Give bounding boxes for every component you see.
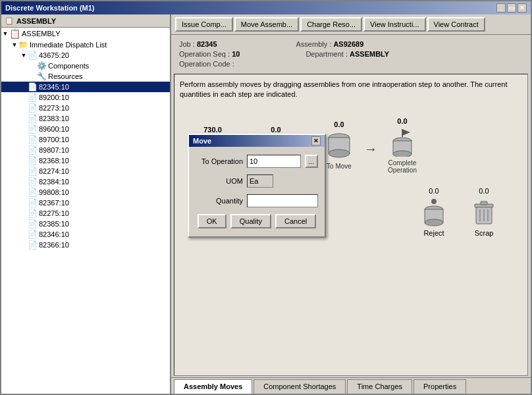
window-frame: Discrete Workstation (M1) _ ▭ ✕ 📋 ASSEMB… xyxy=(0,0,532,395)
restore-button[interactable]: ▭ xyxy=(507,3,516,13)
minimize-button[interactable]: _ xyxy=(496,3,506,13)
to-operation-browse-button[interactable]: ... xyxy=(305,155,318,168)
tree-item-82345-10[interactable]: 📄82345:10 xyxy=(1,82,170,92)
window-title: Discrete Workstation (M1) xyxy=(5,4,95,12)
modal-title-bar: Move ✕ xyxy=(189,135,325,147)
job-value: 82345 xyxy=(197,40,217,48)
instruction-text: Perform assembly moves by dragging assem… xyxy=(180,80,522,100)
qty-complete: 0.0 xyxy=(397,117,407,125)
modal-field-to-operation: To Operation ... xyxy=(196,155,318,168)
icon-tomove xyxy=(325,131,354,160)
tree-item-resources[interactable]: 🔧Resources xyxy=(1,71,170,82)
info-row-1: Job : 82345 Assembly : AS92689 xyxy=(179,40,523,48)
main-content: 📋 ASSEMBLY ▼📋ASSEMBLY▼📁Immediate Dispatc… xyxy=(1,14,531,394)
modal-close-button[interactable]: ✕ xyxy=(311,136,321,145)
tree-item-82385-10[interactable]: 📄82385:10 xyxy=(1,219,170,229)
tree-item-89807-10[interactable]: 📄89807:10 xyxy=(1,145,170,155)
tree-item-43675-20[interactable]: ▼📄43675:20 xyxy=(1,50,170,61)
right-panel: Issue Comp...Move Assemb...Charge Reso..… xyxy=(171,14,531,394)
svg-point-13 xyxy=(393,151,412,157)
tree-item-82346-10[interactable]: 📄82346:10 xyxy=(1,229,170,240)
flow-step-complete: 0.0 CompleteO xyxy=(383,117,422,174)
view-contract-button[interactable]: View Contract xyxy=(427,17,485,32)
tree-item-89700-10[interactable]: 📄89700:10 xyxy=(1,134,170,145)
tree-item-82275-10[interactable]: 📄82275:10 xyxy=(1,208,170,219)
left-panel: 📋 ASSEMBLY ▼📋ASSEMBLY▼📁Immediate Dispatc… xyxy=(1,14,171,394)
charge-reso-button[interactable]: Charge Reso... xyxy=(300,17,362,32)
modal-field-uom: UOM xyxy=(196,174,318,188)
op-seq-info: Operation Seq : 10 xyxy=(179,50,240,58)
dept-info: Department : ASSEMBLY xyxy=(306,50,389,58)
svg-point-8 xyxy=(329,149,350,157)
reject-qty: 0.0 xyxy=(429,187,439,195)
icon-complete xyxy=(388,128,417,157)
tree-item-89200-10[interactable]: 📄89200:10 xyxy=(1,92,170,103)
scrap-qty: 0.0 xyxy=(479,187,489,195)
title-bar-controls: _ ▭ ✕ xyxy=(496,3,527,13)
tree-scroll-wrapper: ▼📋ASSEMBLY▼📁Immediate Dispatch List▼📄436… xyxy=(1,28,170,394)
assembly-value: AS92689 xyxy=(333,40,363,48)
op-code-info: Operation Code : xyxy=(179,60,234,68)
tree-item-82273-10[interactable]: 📄82273:10 xyxy=(1,103,170,113)
tree-item-82383-10[interactable]: 📄82383:10 xyxy=(1,113,170,124)
assembly-info: Assembly : AS92689 xyxy=(296,40,364,48)
svg-point-14 xyxy=(431,199,437,204)
uom-input[interactable] xyxy=(247,174,273,188)
tree-item-components[interactable]: ⚙️Components xyxy=(1,61,170,71)
tree-root-label: ASSEMBLY xyxy=(16,17,56,25)
tree-inner[interactable]: ▼📋ASSEMBLY▼📁Immediate Dispatch List▼📄436… xyxy=(1,28,170,394)
qty-tomove: 0.0 xyxy=(334,120,344,128)
qty-queue: 730.0 xyxy=(203,126,222,134)
cancel-button[interactable]: Cancel xyxy=(275,214,316,228)
svg-rect-20 xyxy=(481,201,487,205)
qty-run: 0.0 xyxy=(271,126,280,134)
tab-assembly-moves[interactable]: Assembly Moves xyxy=(174,379,252,394)
label-complete: CompleteOperation xyxy=(388,159,417,174)
assembly-label: Assembly : xyxy=(296,40,332,48)
quantity-input[interactable] xyxy=(247,194,318,207)
tree-item-immediate-dispatch[interactable]: ▼📁Immediate Dispatch List xyxy=(1,40,170,50)
tree-item-89600-10[interactable]: 📄89600:10 xyxy=(1,124,170,134)
move-assemb-button[interactable]: Move Assemb... xyxy=(234,17,299,32)
job-info: Job : 82345 xyxy=(179,40,217,48)
toolbar: Issue Comp...Move Assemb...Charge Reso..… xyxy=(171,14,531,35)
ok-button[interactable]: OK xyxy=(198,214,226,228)
info-row-2: Operation Seq : 10 Department : ASSEMBLY xyxy=(179,50,523,58)
op-seq-value: 10 xyxy=(232,50,240,58)
info-row-3: Operation Code : xyxy=(179,60,523,68)
tree-item-assembly[interactable]: ▼📋ASSEMBLY xyxy=(1,28,170,40)
to-operation-label: To Operation xyxy=(196,157,243,165)
svg-marker-10 xyxy=(402,129,410,136)
arrow-3: → xyxy=(364,142,377,157)
dept-label: Department : xyxy=(306,50,348,58)
quantity-label: Quantity xyxy=(196,197,243,205)
reject-item: 0.0 Reject xyxy=(422,187,446,237)
view-instruct-button[interactable]: View Instructi... xyxy=(363,17,425,32)
tab-time-charges[interactable]: Time Charges xyxy=(347,379,412,394)
modal-move: Move ✕ To Operation ... UOM xyxy=(188,134,326,238)
tab-bar: Assembly MovesComponent ShortagesTime Ch… xyxy=(171,377,531,394)
modal-title: Move xyxy=(193,137,211,145)
tree-item-82366-10[interactable]: 📄82366:10 xyxy=(1,240,170,250)
tree-item-82367-10[interactable]: 📄82367:10 xyxy=(1,198,170,208)
moves-area: Perform assembly moves by dragging assem… xyxy=(174,74,528,376)
quality-button[interactable]: Quality xyxy=(230,214,271,228)
tree-root-icon: 📋 xyxy=(5,16,14,25)
op-seq-label: Operation Seq : xyxy=(179,50,230,58)
tab-properties[interactable]: Properties xyxy=(413,379,466,394)
to-operation-input[interactable] xyxy=(247,155,301,168)
title-bar: Discrete Workstation (M1) _ ▭ ✕ xyxy=(1,1,531,14)
issue-comp-button[interactable]: Issue Comp... xyxy=(175,17,233,32)
uom-label: UOM xyxy=(196,177,243,185)
job-label: Job : xyxy=(179,40,195,48)
tree-item-99808-10[interactable]: 📄99808:10 xyxy=(1,187,170,198)
tree-item-82368-10[interactable]: 📄82368:10 xyxy=(1,155,170,166)
tab-component-shortages[interactable]: Component Shortages xyxy=(253,379,346,394)
tree-item-82384-10[interactable]: 📄82384:10 xyxy=(1,176,170,187)
dept-value: ASSEMBLY xyxy=(350,50,389,58)
tree-item-82274-10[interactable]: 📄82274:10 xyxy=(1,166,170,176)
label-tomove: To Move xyxy=(327,163,352,170)
close-button[interactable]: ✕ xyxy=(518,3,527,13)
modal-field-quantity: Quantity xyxy=(196,194,318,207)
modal-body: To Operation ... UOM Quantity xyxy=(189,147,325,236)
